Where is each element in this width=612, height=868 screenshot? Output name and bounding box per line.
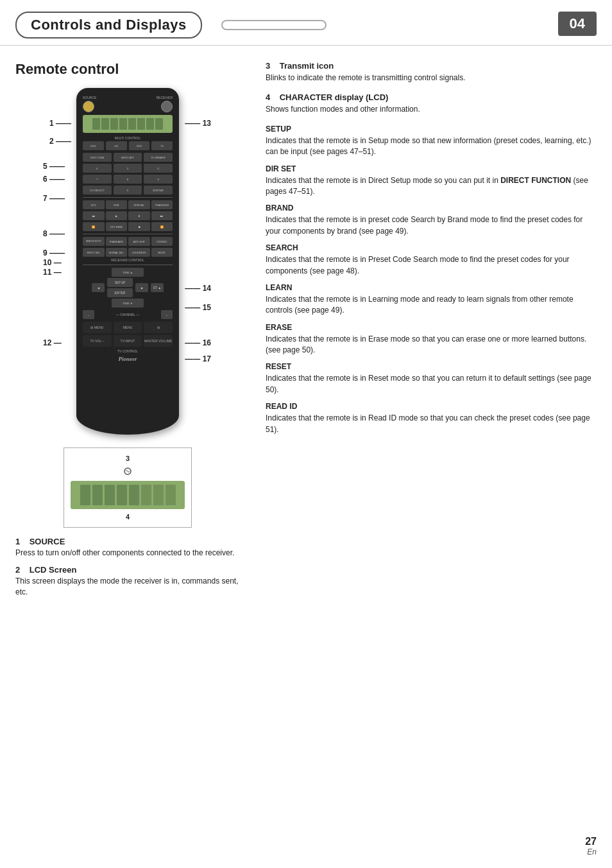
page-language: En <box>587 847 597 856</box>
receiver-control-label: RECEIVER CONTROL <box>83 258 173 262</box>
source-button[interactable] <box>83 101 94 112</box>
btn-tv-input[interactable]: TV INPUT <box>114 335 142 347</box>
header-blank-box <box>221 20 327 30</box>
lcd-seg-4 <box>119 118 127 130</box>
btn-master-vol[interactable]: MASTER VOLUME <box>144 335 173 347</box>
remote-divider-1 <box>83 197 173 198</box>
subsection-erase: ERASE Indicates that the remote is in Er… <box>266 323 597 356</box>
btn-dvd[interactable]: DVD <box>83 141 104 150</box>
btn-dtv[interactable]: DTV <box>83 200 105 209</box>
btn-tune-up[interactable]: TUNE ▲ <box>112 268 144 277</box>
page-number-footer: 27 <box>585 836 597 847</box>
btn-mute[interactable]: MUTE <box>151 248 173 257</box>
page-footer: 27 En <box>585 836 597 856</box>
subsection-title-setup: SETUP <box>266 125 597 134</box>
btn-remote-setup[interactable]: REMOTE SETUP <box>83 237 105 246</box>
btn-dtv-remi[interactable]: DTV REMI <box>106 222 128 231</box>
btn-pause[interactable]: ⏸ <box>128 211 150 220</box>
label-8: 8 —— <box>43 229 65 238</box>
lcd-seg-5 <box>128 118 136 130</box>
btn-ff2[interactable]: ⏩ <box>151 222 173 231</box>
bold-direct-function: DIRECT FUNCTION <box>500 176 571 185</box>
setup-row: ◀ SETUP ENTER ▶ ST ▲ <box>83 278 173 297</box>
right-num-3: 3 <box>266 61 270 71</box>
btn-signal-sel[interactable]: SIGNAL SEL <box>106 248 128 257</box>
btn-setup[interactable]: SETUP <box>107 278 133 287</box>
right-label-4: CHARACTER display (LCD) <box>280 92 389 102</box>
btn-transfer[interactable]: TRANSFER <box>151 200 173 209</box>
btn-rew[interactable]: ⏮ <box>83 211 105 220</box>
btn-st-a[interactable]: ST ▲ <box>151 283 164 292</box>
subsection-setup: SETUP Indicates that the remote is in Se… <box>266 125 597 158</box>
btn-0[interactable]: 0 <box>114 186 142 195</box>
lcd-segments <box>92 118 163 130</box>
btn-9[interactable]: 9 <box>144 175 173 184</box>
btn-test-tone[interactable]: TEST TONE <box>83 153 112 162</box>
label-1: 1 —— <box>49 119 71 128</box>
label-2: 2 —— <box>49 137 71 146</box>
label-5: 5 —— <box>43 162 65 171</box>
btn-play[interactable]: ▶ <box>106 211 128 220</box>
btn-menu-right[interactable]: ⊞ <box>144 322 173 333</box>
lcd-label-4: 4 <box>71 513 185 521</box>
left-column: Remote control 1 —— 2 —— 5 —— 6 —— 7 —— … <box>15 61 246 603</box>
label-9: 9 —— <box>43 248 65 257</box>
transport-row: ⏮ ▶ ⏸ ⏭ <box>83 211 173 220</box>
desc-num-2: 2 <box>15 565 20 575</box>
btn-5[interactable]: 5 <box>114 164 142 173</box>
label-13: —— 13 <box>185 119 211 128</box>
lcd-screen <box>83 115 173 133</box>
btn-input-sel[interactable]: INPUT SEL <box>83 248 105 257</box>
btn-stop[interactable]: ⏹ <box>128 222 150 231</box>
subsection-dirset: DIR SET Indicates that the remote is in … <box>266 164 597 198</box>
btn-display2[interactable]: DISPLAY <box>128 200 150 209</box>
label-6: 6 —— <box>43 175 65 184</box>
setup-center-group: SETUP ENTER <box>107 278 133 297</box>
multi-control-label: MULTI CONTROL <box>83 136 173 140</box>
right-label-3: Transmit icon <box>280 61 334 71</box>
btn-menu-left[interactable]: ⊞ MENU <box>83 322 112 333</box>
btn-7[interactable]: 7 <box>83 175 112 184</box>
btn-tv[interactable]: TV <box>151 141 173 150</box>
desc-label-2: LCD Screen <box>30 565 77 575</box>
section-title-box: Controls and Displays <box>15 12 202 39</box>
btn-menu-center[interactable]: MENU <box>114 322 142 333</box>
btn-8[interactable]: 8 <box>114 175 142 184</box>
btn-ch-minus[interactable]: – <box>83 310 94 319</box>
btn-fl-dimmer[interactable]: FL DIMMER <box>144 153 173 162</box>
adv-row: REMOTE SETUP STANDARD ADV SUR STEREO <box>83 237 173 246</box>
btn-tv-vol[interactable]: TV VOL – <box>83 335 112 347</box>
btn-left-nav[interactable]: ◀ <box>92 283 105 292</box>
btn-display[interactable]: DISPLAY <box>144 186 173 195</box>
playback-grid: DTV DVB DISPLAY TRANSFER <box>83 200 173 209</box>
btn-enter[interactable]: ENTER <box>107 288 133 297</box>
subsection-text-reset: Indicates that the remote is in Reset mo… <box>266 373 597 395</box>
btn-rew2[interactable]: ⏪ <box>83 222 105 231</box>
btn-standard[interactable]: STANDARD <box>106 237 128 246</box>
btn-loudness[interactable]: LOUDNESS <box>128 248 150 257</box>
right-item-4: 4 CHARACTER display (LCD) Shows function… <box>266 92 597 115</box>
desc-item-1: 1 SOURCE Press to turn on/off other comp… <box>15 537 240 559</box>
btn-adv[interactable]: ADV SUR <box>128 237 150 246</box>
remote-body: SOURCE RECEIVER <box>76 88 179 435</box>
btn-input-att[interactable]: INPUT ATT <box>114 153 142 162</box>
subsection-text-brand: Indicates that the remote is in preset c… <box>266 214 597 237</box>
btn-tune-down[interactable]: TUNE ▼ <box>112 299 144 308</box>
btn-cd[interactable]: CD <box>106 141 127 150</box>
btn-vcr[interactable]: VCR <box>129 141 150 150</box>
transport-row2: ⏪ DTV REMI ⏹ ⏩ <box>83 222 173 231</box>
page-header: Controls and Displays 04 <box>0 0 612 46</box>
lcd-label-3: 3 <box>71 455 185 462</box>
btn-dvb[interactable]: DVB <box>106 200 128 209</box>
lcd-zoom-seg-7 <box>153 485 164 505</box>
btn-6[interactable]: 6 <box>144 164 173 173</box>
lcd-seg-1 <box>92 118 100 130</box>
btn-stereo[interactable]: STEREO <box>151 237 173 246</box>
btn-4[interactable]: 4 <box>83 164 112 173</box>
receiver-button[interactable] <box>161 101 173 112</box>
subsection-text-readid: Indicates that the remote is in Read ID … <box>266 413 597 435</box>
btn-ch-plus[interactable]: + <box>161 310 173 319</box>
btn-ff[interactable]: ⏭ <box>151 211 173 220</box>
btn-ch-select[interactable]: CH SELECT <box>83 186 112 195</box>
btn-right-nav[interactable]: ▶ <box>135 283 148 292</box>
